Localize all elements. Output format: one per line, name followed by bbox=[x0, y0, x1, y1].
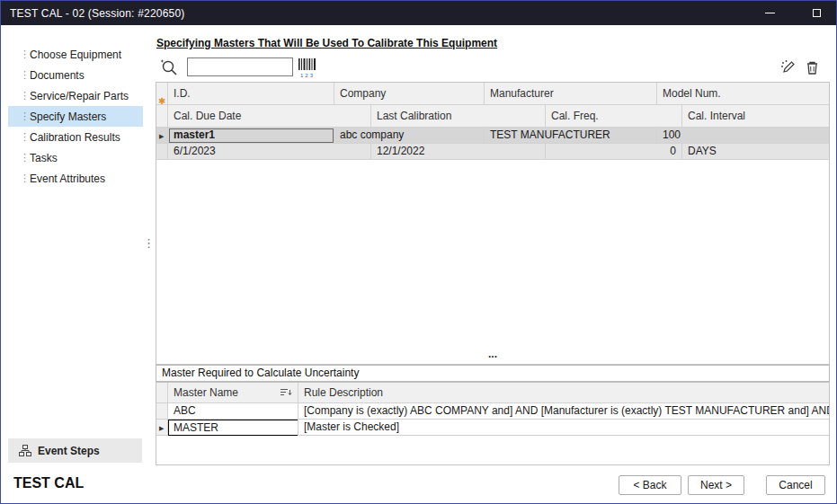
master-name-edit-box[interactable]: MASTER bbox=[168, 420, 298, 436]
column-header-model-num[interactable]: Model Num. bbox=[657, 83, 830, 105]
barcode-lines-icon bbox=[298, 58, 316, 70]
sidebar-item-documents[interactable]: ⋮ Documents bbox=[8, 65, 143, 85]
column-header-id[interactable]: I.D. bbox=[168, 83, 334, 105]
current-row-indicator: ▶ bbox=[156, 128, 168, 144]
sidebar-item-calibration-results[interactable]: ⋮ Calibration Results bbox=[8, 127, 143, 147]
cell-cal-due-date[interactable]: 6/1/2023 bbox=[168, 144, 371, 160]
cell-cal-interval[interactable]: DAYS bbox=[682, 144, 830, 160]
search-icon[interactable] bbox=[160, 58, 179, 77]
app-window: TEST CAL - 02 (Session: #220650) ⋮ Choos… bbox=[0, 0, 837, 504]
column-header-rule-description[interactable]: Rule Description bbox=[298, 383, 830, 403]
search-input[interactable] bbox=[187, 57, 293, 76]
cell-id[interactable]: master1 bbox=[168, 128, 334, 144]
sort-icon bbox=[280, 388, 292, 397]
masters-grid-header-row1: ✱ I.D. Company Manufacturer Model Num. bbox=[156, 83, 829, 105]
master-row-line1[interactable]: ▶ master1 abc company TEST MANUFACTURER … bbox=[156, 128, 829, 144]
grid-overflow-indicator: ... bbox=[488, 348, 497, 360]
row-arrow-icon: ▶ bbox=[159, 424, 164, 430]
grip-dots-icon: ⋮ bbox=[20, 70, 23, 80]
sidebar-item-tasks[interactable]: ⋮ Tasks bbox=[8, 147, 143, 168]
uncertainty-grid-header: Master Name Rule Description bbox=[156, 383, 829, 403]
cell-rule-description[interactable]: [Master is Checked] bbox=[298, 420, 830, 436]
cell-cal-freq[interactable]: 0 bbox=[546, 144, 682, 160]
wizard-step-list: ⋮ Choose Equipment ⋮ Documents ⋮ Service… bbox=[8, 44, 143, 189]
event-steps-label: Event Steps bbox=[38, 445, 100, 457]
sidebar-item-label: Service/Repair Parts bbox=[30, 90, 129, 102]
maximize-icon bbox=[813, 9, 821, 17]
sitemap-icon bbox=[19, 445, 31, 456]
row-indicator-header bbox=[156, 383, 168, 403]
column-header-last-calibration[interactable]: Last Calibration bbox=[371, 105, 546, 128]
window-controls bbox=[757, 1, 829, 25]
current-row-indicator: ▶ bbox=[156, 420, 168, 436]
cell-company[interactable]: abc company bbox=[334, 128, 485, 144]
cell-master-name-editing[interactable]: MASTER bbox=[168, 420, 298, 436]
row-arrow-icon: ▶ bbox=[159, 132, 164, 138]
edit-pencil-icon[interactable] bbox=[780, 59, 797, 75]
cancel-button[interactable]: Cancel bbox=[766, 475, 825, 495]
sidebar-item-label: Tasks bbox=[30, 152, 58, 164]
sidebar-item-label: Documents bbox=[30, 69, 85, 82]
column-header-manufacturer[interactable]: Manufacturer bbox=[485, 83, 657, 105]
column-header-company[interactable]: Company bbox=[334, 83, 485, 105]
title-bar: TEST CAL - 02 (Session: #220650) bbox=[1, 1, 836, 25]
row-indicator-header: ✱ bbox=[156, 83, 168, 105]
barcode-digits-label: 123 bbox=[298, 73, 316, 78]
cell-rule-description[interactable]: [Company is (exactly) ABC COMPANY and] A… bbox=[298, 403, 830, 420]
row-indicator bbox=[156, 403, 168, 420]
cell-last-calibration[interactable]: 12/1/2022 bbox=[371, 144, 546, 160]
masters-grid-header-row2: Cal. Due Date Last Calibration Cal. Freq… bbox=[156, 105, 829, 128]
master-name-header-label: Master Name bbox=[174, 386, 238, 399]
window-title: TEST CAL - 02 (Session: #220650) bbox=[1, 7, 185, 20]
uncertainty-row-abc[interactable]: ABC [Company is (exactly) ABC COMPANY an… bbox=[156, 403, 829, 420]
barcode-icon[interactable]: 123 bbox=[298, 57, 316, 78]
grip-dots-icon: ⋮ bbox=[20, 91, 23, 101]
sidebar-item-choose-equipment[interactable]: ⋮ Choose Equipment bbox=[8, 44, 143, 65]
back-button[interactable]: < Back bbox=[619, 475, 681, 495]
grip-dots-icon: ⋮ bbox=[20, 132, 23, 142]
wizard-brand-title: TEST CAL bbox=[13, 475, 84, 491]
uncertainty-row-master[interactable]: ▶ MASTER [Master is Checked] bbox=[156, 420, 829, 436]
sidebar-item-label: Choose Equipment bbox=[30, 49, 121, 61]
column-header-cal-freq[interactable]: Cal. Freq. bbox=[546, 105, 682, 128]
masters-grid: ✱ I.D. Company Manufacturer Model Num. C… bbox=[156, 82, 830, 365]
uncertainty-grid: Master Name Rule Description ABC [Compan… bbox=[156, 382, 830, 465]
next-button[interactable]: Next > bbox=[688, 475, 744, 495]
grip-dots-icon: ⋮ bbox=[20, 49, 23, 59]
cell-master-name[interactable]: ABC bbox=[168, 403, 298, 420]
sidebar-item-specify-masters[interactable]: ⋮ Specify Masters bbox=[8, 106, 143, 127]
grip-dots-icon: ⋮ bbox=[20, 111, 23, 121]
sidebar-item-label: Specify Masters bbox=[30, 111, 106, 123]
row-indicator-header bbox=[156, 105, 168, 128]
cell-model-num[interactable]: 100 bbox=[657, 128, 830, 144]
page-title: Specifying Masters That Will Be Used To … bbox=[156, 37, 497, 49]
event-steps-button[interactable]: Event Steps bbox=[8, 438, 142, 463]
sidebar-item-label: Event Attributes bbox=[30, 172, 105, 185]
uncertainty-section-title: Master Required to Calculate Uncertainty bbox=[156, 365, 830, 382]
cell-manufacturer[interactable]: TEST MANUFACTURER bbox=[485, 128, 657, 144]
sidebar-item-label: Calibration Results bbox=[30, 131, 120, 144]
minimize-icon bbox=[765, 13, 775, 13]
maximize-button[interactable] bbox=[804, 1, 829, 25]
row-indicator bbox=[156, 144, 168, 160]
grip-dots-icon: ⋮ bbox=[20, 153, 23, 163]
sidebar-item-event-attributes[interactable]: ⋮ Event Attributes bbox=[8, 168, 143, 189]
grip-dots-icon: ⋮ bbox=[20, 173, 23, 183]
minimize-button[interactable] bbox=[757, 1, 782, 25]
sidebar-item-service-repair-parts[interactable]: ⋮ Service/Repair Parts bbox=[8, 85, 143, 106]
splitter-handle[interactable]: ⋮ bbox=[143, 240, 150, 260]
column-header-master-name[interactable]: Master Name bbox=[168, 383, 298, 403]
delete-trash-icon[interactable] bbox=[805, 59, 820, 75]
master-row-line2[interactable]: 6/1/2023 12/1/2022 0 DAYS bbox=[156, 144, 829, 160]
column-header-cal-due-date[interactable]: Cal. Due Date bbox=[168, 105, 371, 128]
column-header-cal-interval[interactable]: Cal. Interval bbox=[682, 105, 830, 128]
